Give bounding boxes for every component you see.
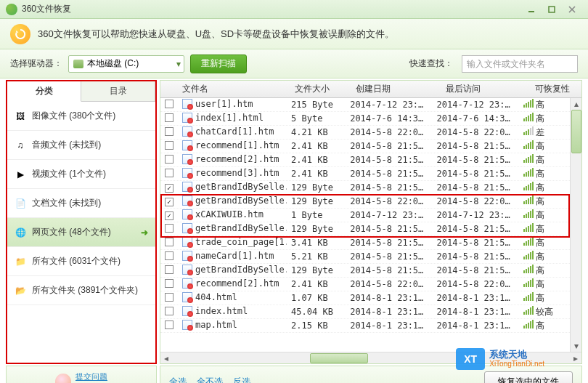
sidebar-item-5[interactable]: 📁所有文件 (6031个文件) [7,247,155,276]
file-name: xCAKIWUIB.htm [195,209,264,219]
col-ctime[interactable]: 创建日期 [351,83,441,95]
row-checkbox[interactable] [165,141,173,150]
row-checkbox[interactable] [165,238,173,246]
table-row[interactable]: xCAKIWUIB.htm1 Byte2014-7-12 23:37:16201… [160,209,570,222]
close-button[interactable] [562,3,582,16]
select-all-link[interactable]: 全选 [169,376,187,384]
file-size: 129 Byte [287,182,346,193]
invert-selection-link[interactable]: 反选 [233,376,250,384]
row-checkbox[interactable] [165,279,173,288]
scroll-thumb[interactable] [571,110,581,153]
table-row[interactable]: recommend[2].htm2.41 KB2014-5-8 22:01:31… [160,278,570,291]
feedback-link1[interactable]: 提交问题 [75,371,107,382]
feedback-panel[interactable]: 提交问题 给工程师 [6,366,157,383]
row-checkbox[interactable] [165,211,173,220]
tab-directory[interactable]: 目录 [81,81,155,101]
row-checkbox[interactable] [165,265,173,274]
table-row[interactable]: index[1].html5 Byte2014-7-6 14:32:232014… [160,112,570,126]
table-row[interactable]: nameCard[1].htm5.21 KB2014-5-8 21:56:592… [160,250,570,264]
row-checkbox[interactable] [165,224,173,233]
tab-category[interactable]: 分类 [7,81,81,102]
selection-bar: 全选 全不选 反选 恢复选中的文件 [160,366,582,383]
file-icon [182,265,192,275]
category-icon: 🌐 [15,227,26,238]
file-ctime: 2014-5-8 22:01:31 [346,279,432,289]
file-size: 4.21 KB [287,127,346,137]
search-input[interactable] [462,55,578,73]
row-checkbox[interactable] [165,100,173,108]
row-checkbox[interactable] [165,127,173,136]
sidebar-item-3[interactable]: 📄文档文件 (未找到) [7,189,155,218]
drive-select[interactable]: 本地磁盘 (C:) ▾ [68,55,184,73]
signal-icon [523,306,534,315]
table-row[interactable]: user[1].htm215 Byte2014-7-12 23:37:16201… [160,98,570,112]
col-recoverability[interactable]: 可恢复性 [531,83,581,95]
row-checkbox[interactable] [165,184,173,193]
scroll-left-icon[interactable]: ◂ [160,353,172,363]
file-atime: 2014-8-1 23:17:57 [433,293,519,303]
maximize-button[interactable] [542,3,562,16]
scroll-down-icon[interactable]: ▾ [571,340,581,352]
file-size: 45.04 KB [287,307,346,317]
vertical-scrollbar[interactable]: ▴ ▾ [570,98,581,352]
recover-button[interactable]: 恢复选中的文件 [484,371,573,383]
file-ctime: 2014-5-8 21:57:36 [346,182,432,193]
table-row[interactable]: getBrandIdBySelle...129 Byte2014-5-8 21:… [160,264,570,278]
file-size: 2.41 KB [287,279,346,289]
file-size: 215 Byte [287,100,346,110]
rescan-button[interactable]: 重新扫描 [190,55,247,73]
file-icon [182,292,192,302]
signal-icon [523,278,534,287]
sidebar-item-2[interactable]: ▶视频文件 (1个文件) [7,160,155,189]
table-row[interactable]: recommend[1].htm2.41 KB2014-5-8 21:55:10… [160,140,570,153]
file-atime: 2014-7-6 14:32:23 [433,113,519,124]
file-icon [182,126,192,137]
table-row[interactable]: trade_coin_page[1...3.41 KB2014-5-8 21:5… [160,236,570,250]
table-row[interactable]: recommend[3].htm2.41 KB2014-5-8 21:57:33… [160,167,570,181]
file-atime: 2014-5-8 21:55:10 [433,141,519,151]
row-checkbox[interactable] [165,307,173,315]
col-atime[interactable]: 最后访问 [441,83,531,95]
window-title: 360文件恢复 [22,3,521,15]
signal-icon [523,154,534,163]
table-row[interactable]: recommend[2].htm2.41 KB2014-5-8 21:56:58… [160,153,570,167]
table-row[interactable]: 404.html1.07 KB2014-8-1 23:17:572014-8-1… [160,291,570,305]
scroll-right-icon[interactable]: ▸ [570,353,581,363]
sidebar-item-0[interactable]: 🖼图像文件 (380个文件) [7,102,155,131]
scroll-up-icon[interactable]: ▴ [571,98,581,110]
file-name: getBrandIdBySelle... [195,182,287,192]
minimize-button[interactable] [521,3,542,16]
table-row[interactable]: getBrandIdBySelle...129 Byte2014-5-8 21:… [160,181,570,195]
select-none-link[interactable]: 全不选 [197,376,223,384]
row-checkbox[interactable] [165,169,173,177]
file-ctime: 2014-5-8 21:56:58 [346,155,432,165]
col-filename[interactable]: 文件名 [178,83,290,95]
category-icon: ▶ [15,169,26,180]
signal-icon [523,223,534,232]
row-checkbox[interactable] [165,251,173,260]
row-checkbox[interactable] [165,293,173,302]
sidebar-item-label: 所有文件夹 (3891个文件夹) [32,284,148,297]
file-icon [182,251,192,261]
table-row[interactable]: getBrandIdBySelle...129 Byte2014-5-8 22:… [160,195,570,209]
table-row[interactable]: chatCard[1].htm4.21 KB2014-5-8 22:01:292… [160,126,570,140]
sidebar-item-6[interactable]: 📂所有文件夹 (3891个文件夹) [7,276,155,305]
col-filesize[interactable]: 文件大小 [290,83,351,95]
recoverability: 高 [519,209,570,222]
file-atime: 2014-5-8 22:01:29 [433,127,519,137]
row-checkbox[interactable] [165,320,173,329]
horizontal-scrollbar[interactable]: ◂ ▸ [160,352,581,363]
sidebar-item-1[interactable]: ♫音频文件 (未找到) [7,131,155,160]
file-size: 5 Byte [287,113,346,124]
table-row[interactable]: map.html2.15 KB2014-8-1 23:17:572014-8-1… [160,319,570,333]
table-row[interactable]: getBrandIdBySelle...129 Byte2014-5-8 21:… [160,222,570,236]
hscroll-thumb[interactable] [310,353,368,363]
file-icon [182,99,192,109]
signal-icon [523,99,534,108]
row-checkbox[interactable] [165,113,173,122]
signal-icon [523,140,534,149]
table-row[interactable]: index.html45.04 KB2014-8-1 23:17:572014-… [160,305,570,319]
row-checkbox[interactable] [165,198,173,206]
sidebar-item-4[interactable]: 🌐网页文件 (48个文件)➜ [7,218,155,247]
row-checkbox[interactable] [165,155,173,164]
